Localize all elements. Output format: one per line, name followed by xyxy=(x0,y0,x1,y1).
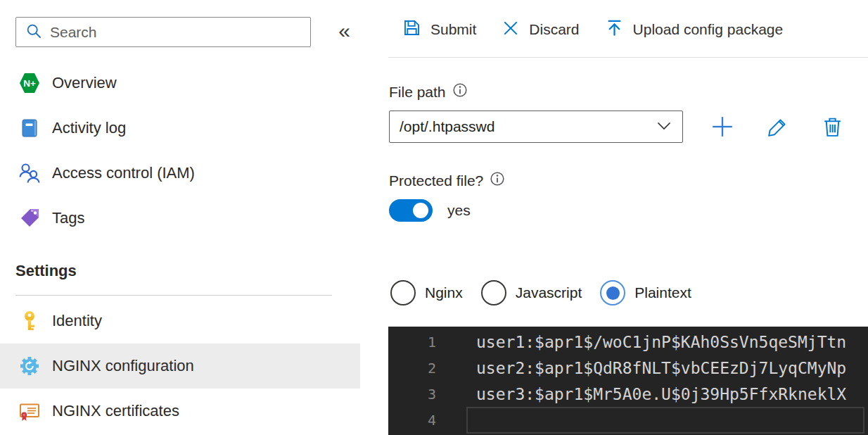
line-number: 2 xyxy=(388,355,436,382)
line-number: 3 xyxy=(388,382,436,408)
editor-line: 1 user1:$apr1$/woC1jnP$KAh0SsVn5qeSMjTtn xyxy=(388,329,868,355)
radio-javascript[interactable]: Javascript xyxy=(481,280,582,305)
file-path-value: /opt/.htpasswd xyxy=(400,118,657,135)
radio-circle xyxy=(481,280,506,305)
delete-file-button[interactable] xyxy=(819,114,845,139)
search-icon xyxy=(25,23,42,42)
svg-text:N+: N+ xyxy=(23,78,36,89)
activity-log-icon xyxy=(18,117,41,139)
save-icon xyxy=(402,18,421,40)
search-input[interactable] xyxy=(50,24,303,41)
sidebar-item-overview[interactable]: N+ Overview xyxy=(0,61,360,106)
chevron-down-icon xyxy=(657,120,671,133)
file-path-row: /opt/.htpasswd xyxy=(389,111,845,143)
info-icon[interactable] xyxy=(452,82,468,101)
sidebar-item-label: Access control (IAM) xyxy=(52,164,195,182)
protected-file-toggle[interactable] xyxy=(389,199,433,222)
toolbar: Submit Discard Upload config package xyxy=(402,18,783,40)
sidebar-item-tags[interactable]: Tags xyxy=(0,196,360,241)
certificate-icon xyxy=(18,400,41,422)
close-icon xyxy=(502,19,520,40)
toggle-state-label: yes xyxy=(447,202,471,219)
sidebar-item-nginx-configuration[interactable]: NGINX configuration xyxy=(0,343,360,389)
line-text: user2:$apr1$QdR8fNLT$vbCEEzDj7LyqCMyNp xyxy=(476,355,846,382)
sidebar-item-label: Identity xyxy=(52,312,102,330)
editor-line-current: 4 xyxy=(388,408,868,434)
protected-file-toggle-row: yes xyxy=(389,199,471,222)
sidebar-item-identity[interactable]: Identity xyxy=(0,298,360,343)
toolbar-divider xyxy=(388,57,868,58)
sidebar-item-label: NGINX certificates xyxy=(52,402,179,420)
settings-divider xyxy=(15,295,332,296)
code-editor[interactable]: 1 user1:$apr1$/woC1jnP$KAh0SsVn5qeSMjTtn… xyxy=(388,327,868,435)
toggle-knob xyxy=(413,203,428,218)
radio-nginx[interactable]: Nginx xyxy=(390,280,463,305)
file-path-label: File path xyxy=(389,82,468,101)
sidebar-search-row: « xyxy=(15,17,350,47)
sidebar-item-label: Tags xyxy=(52,209,84,227)
radio-plaintext[interactable]: Plaintext xyxy=(600,280,691,305)
settings-heading: Settings xyxy=(15,262,77,280)
line-text: user3:$apr1$Mr5A0e.U$0j39Hp5FfxRkneklX xyxy=(476,382,846,408)
key-icon xyxy=(18,310,41,332)
discard-button[interactable]: Discard xyxy=(502,19,579,40)
sidebar-item-label: Activity log xyxy=(52,119,126,137)
access-control-icon xyxy=(18,162,41,184)
main-content: Submit Discard Upload config package Fil… xyxy=(388,0,868,435)
submit-button[interactable]: Submit xyxy=(402,18,476,40)
upload-icon xyxy=(605,18,624,40)
add-file-button[interactable] xyxy=(710,114,735,139)
sidebar-item-label: Overview xyxy=(52,74,117,92)
sidebar-item-nginx-certificates[interactable]: NGINX certificates xyxy=(0,389,360,434)
line-number: 4 xyxy=(388,408,436,434)
sidebar-settings-nav: Identity NGINX configuration NGINX certi… xyxy=(0,298,360,434)
editor-line: 2 user2:$apr1$QdR8fNLT$vbCEEzDj7LyqCMyNp xyxy=(388,355,868,382)
tag-icon xyxy=(18,207,41,229)
protected-file-label: Protected file? xyxy=(389,171,505,190)
edit-file-button[interactable] xyxy=(765,114,790,139)
radio-circle xyxy=(600,280,625,305)
upload-config-package-button[interactable]: Upload config package xyxy=(605,18,784,40)
search-box[interactable] xyxy=(15,17,311,47)
radio-circle xyxy=(390,280,416,305)
sidebar-item-access-control[interactable]: Access control (IAM) xyxy=(0,151,360,196)
line-number: 1 xyxy=(388,329,436,355)
gear-icon xyxy=(18,355,41,377)
sidebar: « N+ Overview Activity log Access contro… xyxy=(0,0,360,435)
collapse-sidebar-icon[interactable]: « xyxy=(338,20,350,44)
file-path-dropdown[interactable]: /opt/.htpasswd xyxy=(389,111,683,143)
nginx-plus-logo-icon: N+ xyxy=(18,72,41,94)
syntax-radio-group: Nginx Javascript Plaintext xyxy=(390,280,691,305)
sidebar-item-activity-log[interactable]: Activity log xyxy=(0,106,360,151)
editor-line: 3 user3:$apr1$Mr5A0e.U$0j39Hp5FfxRkneklX xyxy=(388,382,868,408)
line-text: user1:$apr1$/woC1jnP$KAh0SsVn5qeSMjTtn xyxy=(476,329,846,355)
current-line-indicator xyxy=(466,407,864,434)
sidebar-nav: N+ Overview Activity log Access control … xyxy=(0,61,360,241)
sidebar-item-label: NGINX configuration xyxy=(52,357,194,375)
info-icon[interactable] xyxy=(490,171,505,190)
nginx-configuration-page: « N+ Overview Activity log Access contro… xyxy=(0,0,868,435)
